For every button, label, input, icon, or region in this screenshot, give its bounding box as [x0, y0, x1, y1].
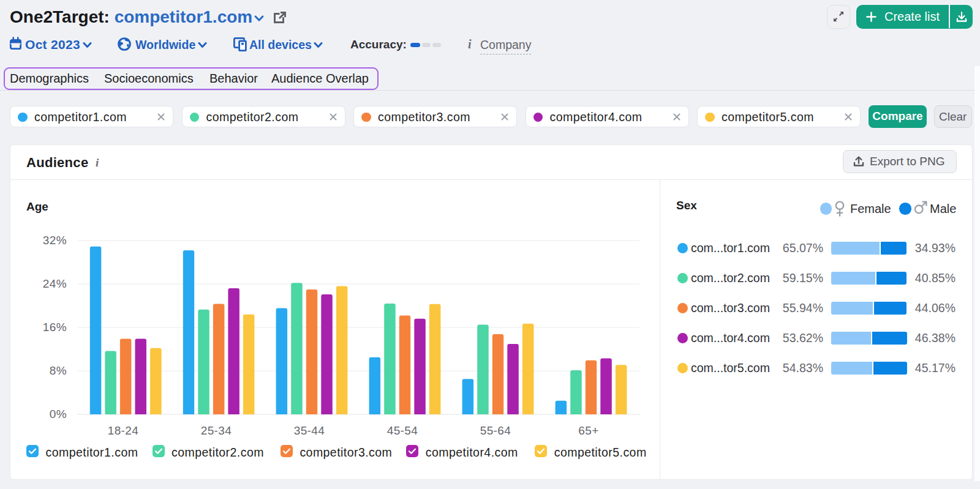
- svg-text:45-54: 45-54: [387, 424, 418, 437]
- svg-text:24%: 24%: [43, 277, 67, 290]
- svg-text:35-44: 35-44: [294, 424, 325, 437]
- svg-text:18-24: 18-24: [108, 424, 139, 437]
- svg-text:32%: 32%: [43, 234, 67, 247]
- svg-text:16%: 16%: [43, 321, 67, 334]
- svg-text:55-64: 55-64: [480, 424, 511, 437]
- svg-text:65+: 65+: [578, 424, 598, 437]
- svg-text:25-34: 25-34: [201, 424, 232, 437]
- svg-text:0%: 0%: [50, 408, 67, 420]
- svg-text:8%: 8%: [50, 364, 67, 377]
